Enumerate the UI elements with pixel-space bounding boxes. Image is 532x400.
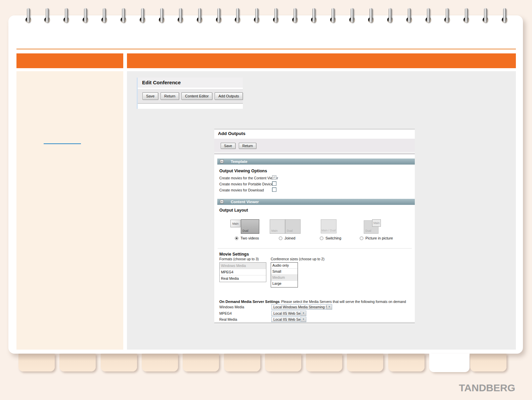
collapse-icon[interactable]: −: [220, 160, 224, 163]
return-button[interactable]: Return: [239, 143, 256, 149]
windows-media-server-select[interactable]: Local Windows Media Streaming Server ▼: [271, 304, 332, 310]
notebook-tab-active[interactable]: [429, 354, 470, 372]
selected-value: Local Windows Media Streaming Server: [273, 305, 332, 309]
mpeg4-server-select[interactable]: Local IIS Web Server ▼: [271, 311, 306, 316]
notebook-tab[interactable]: [265, 354, 301, 371]
two-videos-radio-row: Two videos: [235, 236, 259, 240]
two-videos-radio[interactable]: [235, 236, 238, 240]
binding-ring-icon: [84, 8, 87, 23]
notebook-tab[interactable]: [101, 354, 137, 371]
add-outputs-button[interactable]: Add Outputs: [215, 92, 242, 100]
joined-label: Joined: [284, 236, 295, 240]
windows-media-label: Windows Media: [219, 305, 244, 309]
binding-ring-icon: [160, 8, 163, 23]
header-bar-right: [127, 53, 516, 68]
chevron-down-icon[interactable]: ▼: [326, 305, 332, 309]
layout-thumb-label: Main: [271, 229, 277, 232]
template-section-header[interactable]: − Template: [217, 159, 415, 165]
panel-bottom-strip: [214, 322, 415, 324]
notebook-tab[interactable]: [142, 354, 178, 371]
list-item[interactable]: Large: [271, 281, 298, 287]
notebook-tab[interactable]: [470, 354, 506, 371]
pip-radio-row: Picture in picture: [360, 236, 393, 240]
binding-ring-icon: [46, 8, 49, 23]
content-viewer-section-label: Content Viewer: [231, 199, 259, 205]
save-button[interactable]: Save: [221, 143, 235, 149]
portable-devices-checkbox[interactable]: [272, 181, 276, 186]
layout-thumb-main-dual-box: Main / Dual: [321, 219, 337, 233]
formats-listbox[interactable]: Windows Media MPEG4 Real Media: [219, 262, 266, 282]
mpeg4-label: MPEG4: [219, 311, 232, 315]
notebook-tab[interactable]: [347, 354, 383, 371]
tandberg-logo: TANDBERG: [455, 383, 515, 394]
save-button[interactable]: Save: [142, 92, 158, 100]
layout-thumb-main-box: Main: [230, 220, 240, 227]
conference-sizes-listbox[interactable]: Audio only Small Medium Large: [271, 262, 298, 287]
binding-ring-icon: [141, 8, 144, 23]
binding-ring-icon: [255, 8, 258, 23]
pip-radio[interactable]: [360, 236, 363, 240]
list-item[interactable]: MPEG4: [220, 269, 266, 275]
panel-top-strip: [214, 129, 415, 130]
joined-radio-row: Joined: [279, 236, 295, 240]
content-viewer-section-header[interactable]: − Content Viewer: [217, 199, 415, 205]
output-layout-heading: Output Layout: [219, 208, 248, 213]
notebook-tab[interactable]: [183, 354, 219, 371]
collapse-icon[interactable]: −: [220, 200, 224, 204]
download-checkbox[interactable]: [272, 187, 276, 192]
real-media-server-select[interactable]: Local IIS Web Server ▼: [271, 317, 306, 322]
pip-label: Picture in picture: [365, 236, 393, 240]
binding-ring-icon: [503, 8, 506, 23]
joined-radio[interactable]: [279, 236, 282, 240]
switching-radio-row: Switching: [320, 236, 341, 240]
binding-ring-icon: [351, 8, 354, 23]
list-item[interactable]: Windows Media: [220, 263, 266, 269]
template-section-label: Template: [231, 159, 248, 165]
return-button[interactable]: Return: [161, 92, 179, 100]
notebook-tab[interactable]: [306, 354, 342, 371]
binding-ring-icon: [408, 8, 411, 23]
layout-thumb-dual-box: Dual: [285, 219, 301, 234]
content-editor-button[interactable]: Content Editor: [181, 92, 212, 100]
binding-ring-icon: [446, 8, 449, 23]
list-item[interactable]: Small: [271, 269, 298, 275]
list-item[interactable]: Audio only: [271, 263, 298, 269]
sidebar-link-underline[interactable]: [44, 143, 81, 144]
binding-ring-icon: [217, 8, 220, 23]
binding-ring-icon: [427, 8, 430, 23]
chevron-down-icon[interactable]: ▼: [301, 317, 306, 322]
notebook-tab[interactable]: [224, 354, 260, 371]
on-demand-heading-row: On Demand Media Server Settings Please s…: [219, 298, 406, 304]
checkbox-label: Create movies for Portable Devices: [219, 182, 275, 186]
notebook-tab[interactable]: [18, 354, 55, 371]
output-viewing-options-heading: Output Viewing Options: [219, 169, 267, 173]
edit-conference-panel: Edit Conference Save Return Content Edit…: [137, 78, 243, 109]
header-rule: [16, 49, 516, 49]
layout-thumb-label: Dual: [242, 229, 248, 232]
checkbox-label: Create movies for Download: [219, 188, 264, 192]
tab-strip: [0, 354, 532, 377]
list-item[interactable]: Medium: [271, 275, 298, 281]
conference-sizes-label: Conference sizes (choose up to 2): [271, 257, 324, 261]
header-bar-left: [16, 53, 123, 68]
notebook-tab[interactable]: [388, 354, 425, 371]
binding-ring-icon: [465, 8, 468, 23]
layout-thumb-dual-box: Dual: [241, 219, 259, 234]
chevron-down-icon[interactable]: ▼: [301, 311, 306, 316]
edit-conference-toolbar: Save Return Content Editor Add Outputs: [138, 89, 243, 104]
content-viewer-checkbox: ✓: [272, 175, 276, 180]
binding-ring-icon: [389, 8, 392, 23]
binding-ring-icon: [65, 8, 68, 23]
notebook-tab[interactable]: [59, 354, 96, 371]
binding-ring-icon: [198, 8, 201, 23]
binding-ring-icon: [274, 8, 277, 23]
list-item[interactable]: Real Media: [220, 275, 266, 282]
switching-radio[interactable]: [320, 236, 323, 240]
binding-ring-icon: [122, 8, 125, 23]
switching-label: Switching: [325, 236, 341, 240]
layout-option-switching: Main / Dual Switching: [321, 219, 358, 240]
layout-thumb-label: Dual: [365, 229, 371, 232]
add-outputs-panel: Add Outputs Save Return − Template Outpu…: [214, 129, 415, 324]
sidebar-panel: [16, 71, 123, 350]
layout-thumb-main-box: Main: [270, 219, 285, 234]
